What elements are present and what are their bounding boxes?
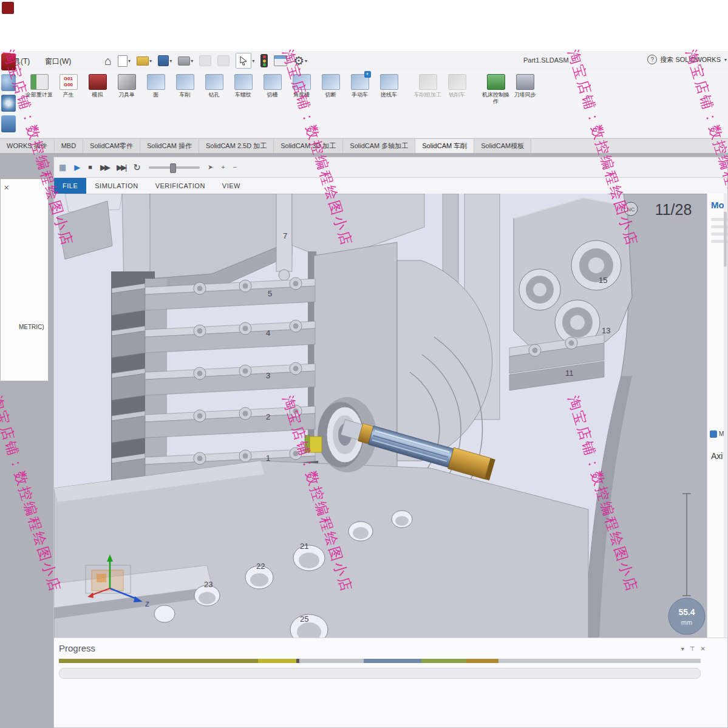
loop-button[interactable]: ↻ (133, 163, 141, 172)
speed-slider[interactable] (149, 166, 200, 169)
cam-button-label: 模拟 (92, 92, 103, 98)
search-box[interactable]: ? 搜索 SOLIDWORKS ▾ (647, 55, 727, 64)
cam-button-manual-turning[interactable]: 手动车 (346, 74, 373, 98)
tab-solidcam-turning[interactable]: SolidCAM 车削 (415, 139, 474, 154)
tab-solidcam-multiaxis[interactable]: SolidCAM 多轴加工 (343, 139, 415, 154)
cam-button-label: 面 (153, 92, 158, 98)
app-corner-icon (2, 2, 14, 14)
search-label: 搜索 SOLIDWORKS (660, 55, 721, 64)
play-button[interactable]: ▶ (74, 163, 80, 171)
save-button[interactable]: ▾ (158, 55, 172, 66)
revolve-icon[interactable] (1, 74, 16, 91)
cam-button-tool-sheet[interactable]: 刀具单 (113, 74, 140, 98)
caret-down-icon[interactable]: ▾ (724, 57, 727, 63)
pointer-mode-icon[interactable]: ➤ (208, 164, 213, 171)
viewport-3d[interactable]: Z 55.4 mm NC 11/28 (54, 194, 708, 639)
position-label: 3 (266, 371, 270, 380)
machine-simulation-scene: Z 55.4 mm NC 11/28 (54, 194, 708, 639)
home-icon[interactable]: ⌂ (104, 55, 112, 67)
cam-button-label: 钻孔 (209, 92, 220, 98)
pin-icon[interactable]: ⊤ (690, 645, 695, 652)
position-label: 1 (266, 454, 270, 463)
recalculate-icon (30, 74, 49, 90)
collapse-icon[interactable]: ▾ (681, 645, 684, 652)
nc-counter-value: 11/28 (655, 201, 692, 218)
tab-solidcam-template[interactable]: SolidCAM模板 (474, 139, 531, 154)
tab-works-addin[interactable]: WORKS 插件 (0, 139, 55, 154)
zoom-in-icon[interactable]: + (221, 164, 225, 171)
caret-down-icon[interactable]: ▾ (169, 58, 172, 64)
cam-button-turning[interactable]: 车削 (171, 74, 199, 98)
part-icon[interactable] (1, 53, 16, 70)
settings-button[interactable]: ⚙▾ (293, 55, 307, 67)
open-folder-icon (137, 56, 149, 66)
cam-button-cutoff[interactable]: 切断 (317, 74, 344, 98)
cam-button-thread-turning[interactable]: 搓线车 (375, 74, 403, 98)
caret-down-icon[interactable]: ▾ (305, 58, 307, 64)
open-button[interactable]: ▾ (137, 56, 152, 66)
cam-button-label: 切断 (325, 92, 336, 98)
menu-file[interactable]: FILE (54, 178, 86, 194)
cam-button-grooving[interactable]: 切槽 (259, 74, 286, 98)
progress-segment (421, 659, 466, 663)
grid-icon[interactable]: ▦ (59, 163, 66, 171)
side-panel-scrollbar[interactable] (724, 194, 727, 639)
machine-panel-icon[interactable] (710, 430, 717, 438)
cam-button-recalculate[interactable]: 全部重计算 (26, 74, 53, 98)
slider-thumb[interactable] (170, 163, 176, 173)
cam-button-simulate[interactable]: 模拟 (84, 74, 111, 98)
table-view-icon[interactable] (274, 55, 287, 66)
stop-button[interactable]: ■ (88, 164, 92, 171)
caret-down-icon[interactable]: ▾ (149, 58, 152, 64)
cam-button-machine-control[interactable]: 机床控制操作 (482, 74, 509, 105)
traffic-light-icon[interactable] (260, 54, 268, 67)
help-icon: ? (647, 55, 657, 64)
close-icon[interactable]: ✕ (4, 184, 9, 192)
skip-to-end-button[interactable]: ▶▶| (117, 163, 125, 171)
new-document-icon (118, 55, 128, 67)
close-icon[interactable]: ✕ (701, 645, 706, 652)
swirl-icon[interactable] (1, 95, 16, 112)
fast-forward-button[interactable]: ▶▶ (100, 163, 109, 171)
manual-turning-icon (351, 74, 369, 90)
new-document-button[interactable]: ▾ (118, 55, 131, 67)
menu-window[interactable]: 窗口(W) (45, 56, 71, 67)
zoom-out-icon[interactable]: − (233, 164, 237, 171)
tab-solidcam-operations[interactable]: SolidCAM 操作 (140, 139, 199, 154)
tab-mbd[interactable]: MBD (55, 139, 83, 154)
menu-verification[interactable]: VERIFICATION (147, 178, 214, 194)
cam-button-drilling[interactable]: 钻孔 (200, 74, 228, 98)
cam-button-threading[interactable]: 车螺纹 (230, 74, 257, 98)
progress-colored-bar[interactable] (59, 659, 701, 663)
gear-icon: ⚙ (293, 55, 304, 67)
position-label: 21 (300, 542, 308, 551)
pattern-icon[interactable] (1, 115, 16, 132)
units-label: METRIC) (19, 324, 44, 330)
caret-down-icon[interactable]: ▾ (128, 58, 131, 64)
cutting-insert-yellow (310, 437, 322, 452)
cam-button-turret-sync[interactable]: 刀塔同步 (511, 74, 539, 98)
progress-panel-controls: ▾ ⊤ ✕ (681, 645, 706, 652)
position-label: 23 (204, 580, 213, 589)
cam-button-label: 车削组加工 (414, 92, 441, 98)
print-button[interactable]: ▾ (178, 56, 193, 66)
position-label: 7 (283, 231, 287, 240)
side-panel-title[interactable]: Mo (711, 200, 724, 210)
tab-solidcam-25d[interactable]: SolidCAM 2.5D 加工 (199, 139, 274, 154)
caret-down-icon[interactable]: ▾ (252, 58, 254, 64)
cam-button-label: 搓线车 (381, 92, 397, 98)
tab-solidcam-part[interactable]: SolidCAM零件 (83, 139, 140, 154)
axis-z-label: Z (145, 600, 149, 608)
cam-button-label: 铣削车 (449, 92, 465, 98)
tab-solidcam-3d[interactable]: SolidCAM 3D 加工 (274, 139, 343, 154)
menu-simulation[interactable]: SIMULATION (86, 178, 146, 194)
floating-panel-fragment: ✕ METRIC) (0, 179, 49, 381)
cam-button-generate-gcode[interactable]: G01 G00产生 (55, 74, 82, 98)
cam-button-face[interactable]: 面 (142, 74, 169, 98)
select-tool-button[interactable]: ▾ (236, 53, 254, 69)
axis-section-title[interactable]: Axi (711, 451, 723, 461)
progress-scroll-track[interactable] (59, 668, 701, 679)
cam-button-angled-groove[interactable]: 角度槽 (288, 74, 315, 98)
menu-view[interactable]: VIEW (214, 178, 249, 194)
caret-down-icon[interactable]: ▾ (191, 58, 193, 64)
